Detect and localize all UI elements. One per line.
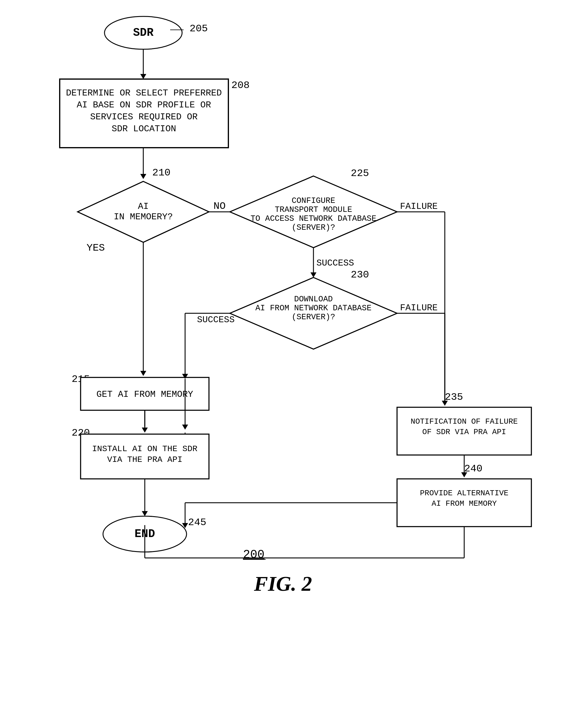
determine-line1: DETERMINE OR SELECT PREFERRED	[66, 88, 222, 98]
get-ai-label: GET AI FROM MEMORY	[96, 389, 193, 400]
success2-label: SUCCESS	[197, 315, 235, 325]
svg-marker-3	[140, 74, 146, 79]
ref-225: 225	[351, 168, 369, 179]
configure-line2: TRANSPORT MODULE	[274, 205, 352, 214]
sdr-label: SDR	[133, 26, 154, 39]
failure1-label: FAILURE	[400, 201, 438, 212]
ai-memory-line2: IN MEMOERY?	[114, 212, 173, 222]
fig-label: FIG. 2	[254, 572, 312, 595]
install-line2: VIA THE PRA API	[107, 455, 182, 464]
svg-marker-27	[140, 371, 146, 376]
yes-label: YES	[87, 242, 105, 254]
download-line2: AI FROM NETWORK DATABASE	[255, 304, 372, 313]
no-label: NO	[213, 200, 226, 212]
diagram-container: SDR 205 DETERMINE OR SELECT PREFERRED AI…	[0, 0, 566, 728]
svg-marker-36	[142, 428, 148, 433]
determine-line2: AI BASE ON SDR PROFILE OR	[77, 100, 211, 110]
download-line1: DOWNLOAD	[294, 295, 333, 304]
notification-line1: NOTIFICATION OF FAILURE	[411, 417, 518, 426]
success1-label: SUCCESS	[317, 258, 354, 268]
provide-alt-line1: PROVIDE ALTERNATIVE	[420, 489, 508, 498]
svg-marker-14	[311, 272, 317, 277]
ref-208: 208	[231, 80, 249, 91]
svg-marker-6	[140, 174, 146, 179]
ai-memory-line1: AI	[138, 201, 149, 212]
determine-line3: SERVICES REQUIRED OR	[90, 112, 198, 122]
configure-line4: (SERVER)?	[292, 223, 335, 232]
failure2-label: FAILURE	[400, 303, 438, 313]
download-line3: (SERVER)?	[292, 313, 335, 322]
ref-245: 245	[188, 517, 206, 528]
configure-line1: CONFIGURE	[292, 196, 335, 205]
ref-210: 210	[152, 167, 170, 178]
ref-230: 230	[351, 269, 369, 280]
notification-line2: OF SDR VIA PRA API	[422, 428, 506, 437]
configure-line3: TO ACCESS NETWORK DATABASE	[250, 214, 376, 223]
svg-marker-40	[142, 511, 148, 516]
ref-205: 205	[189, 23, 208, 34]
ref-235: 235	[445, 391, 463, 403]
provide-alt-line2: AI FROM MEMORY	[432, 499, 497, 508]
determine-line4: SDR LOCATION	[112, 124, 176, 134]
ref-240: 240	[464, 463, 482, 474]
svg-marker-34	[182, 425, 188, 430]
install-line1: INSTALL AI ON THE SDR	[92, 444, 198, 454]
